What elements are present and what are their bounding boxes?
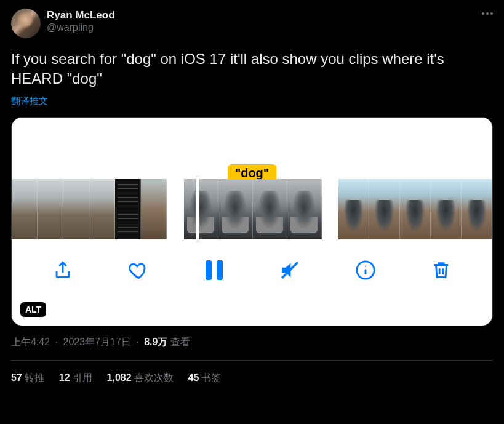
info-icon[interactable] [353, 258, 378, 282]
thumbnail[interactable] [462, 179, 492, 239]
thumbnail[interactable] [338, 179, 369, 239]
thumbnail[interactable] [369, 179, 400, 239]
clip-group-2[interactable] [184, 179, 322, 239]
views-count: 8.9万 [144, 337, 167, 347]
thumbnail[interactable] [89, 179, 115, 239]
thumbnail[interactable] [12, 179, 38, 239]
thumbnail[interactable] [141, 179, 167, 239]
mute-icon[interactable] [278, 258, 302, 282]
author-block[interactable]: Ryan McLeod @warpling [47, 9, 115, 34]
thumbnail[interactable] [218, 179, 253, 239]
more-icon[interactable] [482, 9, 493, 15]
bookmarks-stat[interactable]: 45书签 [188, 372, 222, 385]
thumbnail[interactable] [431, 179, 462, 239]
media-toolbar [12, 239, 492, 295]
divider [11, 360, 493, 361]
likes-stat[interactable]: 1,082喜欢次数 [107, 372, 174, 385]
thumbnail[interactable] [287, 179, 322, 239]
time[interactable]: 上午4:42 [11, 337, 50, 347]
quotes-stat[interactable]: 12引用 [59, 372, 92, 385]
meta-line: 上午4:42 · 2023年7月17日 · 8.9万 查看 [11, 336, 493, 349]
thumbnail[interactable] [400, 179, 431, 239]
tweet-header: Ryan McLeod @warpling [11, 9, 493, 38]
translate-link[interactable]: 翻译推文 [11, 95, 48, 107]
thumbnail[interactable] [253, 179, 287, 239]
thumbnail[interactable] [63, 179, 89, 239]
heart-icon[interactable] [126, 258, 151, 282]
date[interactable]: 2023年7月17日 [63, 337, 131, 347]
alt-badge[interactable]: ALT [20, 302, 46, 317]
thumbnail[interactable] [115, 179, 141, 239]
pause-icon[interactable] [202, 258, 226, 282]
avatar[interactable] [11, 9, 41, 38]
stats-row: 57转推 12引用 1,082喜欢次数 45书签 [11, 372, 493, 385]
media-card: "dog" [11, 117, 493, 326]
thumbnail[interactable] [184, 179, 218, 239]
views-label: 查看 [170, 337, 190, 347]
trash-icon[interactable] [429, 258, 454, 282]
clip-group-1[interactable] [12, 179, 167, 239]
filmstrip[interactable] [12, 179, 492, 239]
handle: @warpling [47, 22, 115, 34]
thumbnail[interactable] [38, 179, 63, 239]
playhead[interactable] [196, 177, 199, 242]
retweets-stat[interactable]: 57转推 [11, 372, 44, 385]
display-name: Ryan McLeod [47, 9, 115, 22]
share-icon[interactable] [50, 258, 75, 282]
tweet-text: If you search for "dog" on iOS 17 it'll … [11, 49, 493, 89]
svg-point-3 [365, 265, 366, 266]
clip-group-3[interactable] [338, 179, 492, 239]
